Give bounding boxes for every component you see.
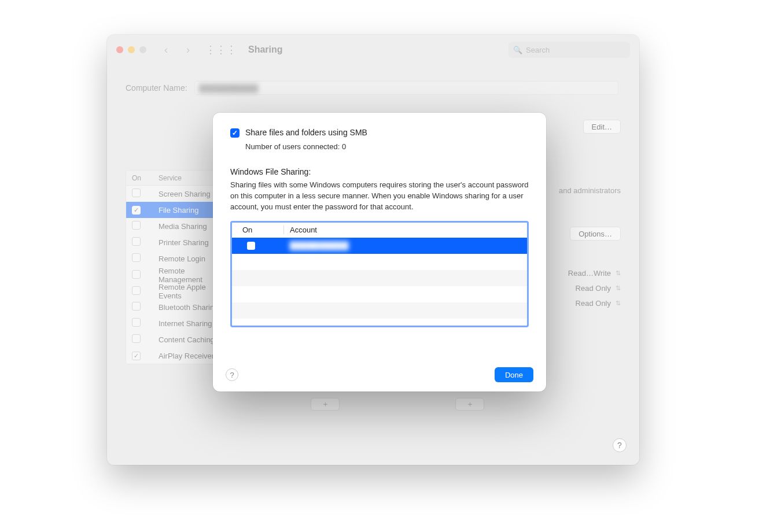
window-toolbar: ‹ › ⋮⋮⋮ Sharing 🔍 Search [107, 35, 639, 65]
traffic-lights [116, 46, 146, 53]
back-button[interactable]: ‹ [158, 42, 174, 58]
accounts-header-on: On [242, 226, 284, 234]
options-button[interactable]: Options… [570, 227, 621, 241]
service-checkbox[interactable] [132, 189, 141, 197]
smb-checkbox-label: Share files and folders using SMB [245, 128, 367, 137]
account-row-empty [232, 254, 527, 270]
smb-checkbox-row: Share files and folders using SMB [230, 128, 529, 138]
computer-name-value: ██████████ [200, 84, 259, 93]
edit-button[interactable]: Edit… [583, 120, 621, 134]
windows-file-sharing-title: Windows File Sharing: [230, 167, 529, 176]
chevron-left-icon: ‹ [164, 44, 168, 56]
search-icon: 🔍 [513, 46, 522, 54]
service-checkbox[interactable] [132, 221, 141, 230]
computer-name-label: Computer Name: [126, 83, 187, 93]
help-button[interactable]: ? [613, 438, 627, 452]
question-icon: ? [617, 441, 622, 450]
accounts-table: On Account ██████████ [230, 221, 529, 327]
permission-value: Read Only [576, 284, 611, 293]
account-checkbox[interactable] [247, 242, 255, 250]
service-checkbox[interactable] [132, 302, 141, 311]
grid-icon: ⋮⋮⋮ [205, 44, 237, 56]
account-row[interactable]: ██████████ [232, 238, 527, 254]
permission-row[interactable]: Read…Write⇅ [568, 265, 621, 280]
smb-options-sheet: Share files and folders using SMB Number… [213, 113, 546, 391]
windows-file-sharing-description: Sharing files with some Windows computer… [230, 180, 529, 213]
add-folder-button[interactable]: ＋ [311, 398, 340, 411]
done-button[interactable]: Done [495, 367, 533, 382]
service-checkbox[interactable] [132, 237, 141, 246]
close-window-icon[interactable] [116, 46, 123, 53]
permission-row[interactable]: Read Only⇅ [568, 280, 621, 295]
account-row-empty [232, 286, 527, 302]
add-user-button[interactable]: ＋ [455, 398, 484, 411]
minimize-window-icon[interactable] [128, 46, 135, 53]
service-checkbox[interactable] [132, 318, 141, 327]
services-header-on: On [132, 174, 159, 182]
chevron-right-icon: › [186, 44, 190, 56]
show-all-button[interactable]: ⋮⋮⋮ [205, 43, 237, 56]
smb-checkbox[interactable] [230, 128, 240, 138]
help-button[interactable]: ? [226, 368, 238, 381]
permission-value: Read…Write [568, 269, 611, 278]
add-remove-controls: ＋ ＋ [311, 398, 484, 411]
accounts-body: ██████████ [232, 238, 527, 326]
service-checkbox[interactable]: ✓ [132, 206, 141, 215]
stepper-icon: ⇅ [616, 300, 621, 307]
window-title: Sharing [248, 45, 283, 55]
service-checkbox[interactable] [132, 334, 141, 343]
search-input[interactable]: 🔍 Search [509, 42, 630, 58]
zoom-window-icon[interactable] [139, 46, 146, 53]
computer-name-field[interactable]: ██████████ [194, 81, 618, 95]
stepper-icon: ⇅ [616, 269, 621, 277]
accounts-header: On Account [232, 223, 527, 238]
service-checkbox[interactable] [132, 286, 141, 295]
service-checkbox[interactable] [132, 270, 141, 279]
sheet-footer: ? Done [226, 367, 533, 382]
service-checkbox[interactable] [132, 253, 141, 262]
stepper-icon: ⇅ [616, 285, 621, 292]
account-row-empty [232, 270, 527, 286]
account-name: ██████████ [290, 241, 349, 250]
account-row-empty [232, 302, 527, 319]
users-connected-text: Number of users connected: 0 [245, 142, 529, 151]
computer-name-row: Computer Name: ██████████ [126, 81, 621, 95]
question-icon: ? [230, 371, 234, 379]
permission-row[interactable]: Read Only⇅ [568, 295, 621, 311]
permissions-list: Read…Write⇅ Read Only⇅ Read Only⇅ [568, 265, 621, 311]
plus-icon: ＋ [466, 399, 474, 409]
accounts-header-account: Account [284, 226, 527, 234]
permission-value: Read Only [576, 299, 611, 308]
service-checkbox[interactable]: ✓ [132, 352, 141, 360]
access-info-text: and administrators [559, 186, 621, 195]
forward-button[interactable]: › [180, 42, 196, 58]
search-placeholder: Search [526, 46, 550, 54]
plus-icon: ＋ [322, 399, 329, 409]
